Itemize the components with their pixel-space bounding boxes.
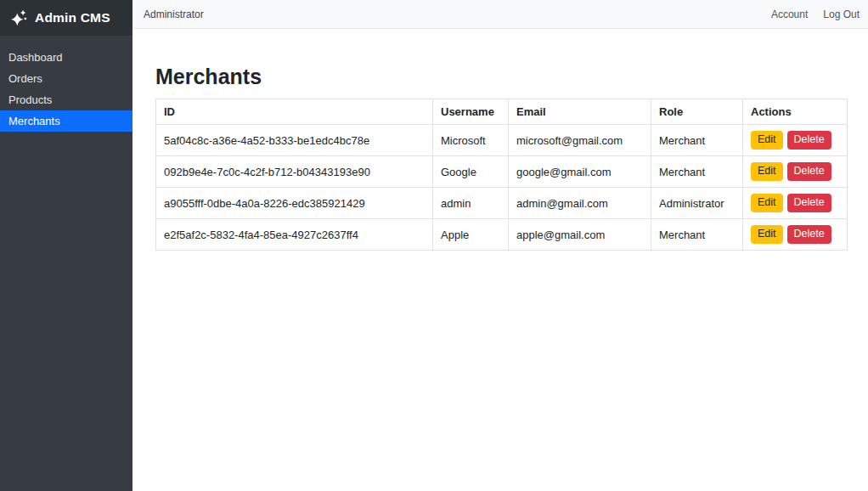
logout-link[interactable]: Log Out xyxy=(823,8,860,20)
brand-title: Admin CMS xyxy=(35,10,110,25)
edit-button[interactable]: Edit xyxy=(751,194,783,212)
topbar-links: Account Log Out xyxy=(771,8,860,20)
sidebar-item-dashboard[interactable]: Dashboard xyxy=(0,47,132,68)
table-body: 5af04c8c-a36e-4a52-b333-be1edc4bc78e Mic… xyxy=(156,125,848,251)
table-header-row: ID Username Email Role Actions xyxy=(156,99,848,125)
cell-id: 092b9e4e-7c0c-4c2f-b712-b04343193e90 xyxy=(156,156,433,188)
sidebar: Admin CMS Dashboard Orders Products Merc… xyxy=(0,0,132,491)
cell-id: e2f5af2c-5832-4fa4-85ea-4927c2637ff4 xyxy=(156,219,433,251)
column-header-email: Email xyxy=(509,99,651,125)
cell-actions: Edit Delete xyxy=(743,188,848,219)
edit-button[interactable]: Edit xyxy=(751,225,783,244)
cell-role: Administrator xyxy=(651,188,743,219)
cell-username: Apple xyxy=(433,219,509,251)
sidebar-nav: Dashboard Orders Products Merchants xyxy=(0,47,132,132)
delete-button[interactable]: Delete xyxy=(787,162,831,181)
table-row: 5af04c8c-a36e-4a52-b333-be1edc4bc78e Mic… xyxy=(156,125,848,156)
sparkles-icon xyxy=(10,8,29,27)
column-header-username: Username xyxy=(433,99,509,125)
cell-role: Merchant xyxy=(651,156,743,188)
cell-email: microsoft@gmail.com xyxy=(509,125,651,156)
cell-id: a9055fff-0dbe-4a0a-8226-edc385921429 xyxy=(156,188,433,219)
account-link[interactable]: Account xyxy=(771,8,808,20)
merchants-table: ID Username Email Role Actions 5af04c8c-… xyxy=(155,99,848,251)
delete-button[interactable]: Delete xyxy=(787,225,831,244)
cell-username: admin xyxy=(433,188,509,219)
sidebar-item-merchants[interactable]: Merchants xyxy=(0,110,132,132)
cell-role: Merchant xyxy=(651,125,743,156)
topbar: Administrator Account Log Out xyxy=(132,0,868,29)
cell-email: admin@gmail.com xyxy=(509,188,651,219)
cell-username: Google xyxy=(433,156,509,188)
table-row: 092b9e4e-7c0c-4c2f-b712-b04343193e90 Goo… xyxy=(156,156,848,188)
cell-actions: Edit Delete xyxy=(743,156,848,188)
main-area: Administrator Account Log Out Merchants … xyxy=(132,0,868,491)
cell-email: apple@gmail.com xyxy=(509,219,651,251)
cell-actions: Edit Delete xyxy=(743,219,848,251)
page-title: Merchants xyxy=(155,65,848,89)
table-header: ID Username Email Role Actions xyxy=(156,99,848,125)
cell-username: Microsoft xyxy=(433,125,509,156)
brand[interactable]: Admin CMS xyxy=(0,0,132,36)
cell-id: 5af04c8c-a36e-4a52-b333-be1edc4bc78e xyxy=(156,125,433,156)
column-header-id: ID xyxy=(156,99,433,125)
content: Merchants ID Username Email Role Actions xyxy=(132,29,868,251)
cell-email: google@gmail.com xyxy=(509,156,651,188)
column-header-role: Role xyxy=(651,99,743,125)
delete-button[interactable]: Delete xyxy=(787,131,831,150)
edit-button[interactable]: Edit xyxy=(751,131,783,150)
table-row: a9055fff-0dbe-4a0a-8226-edc385921429 adm… xyxy=(156,188,848,219)
cell-actions: Edit Delete xyxy=(743,125,848,156)
table-row: e2f5af2c-5832-4fa4-85ea-4927c2637ff4 App… xyxy=(156,219,848,251)
current-role-label: Administrator xyxy=(144,8,204,20)
sidebar-item-orders[interactable]: Orders xyxy=(0,68,132,89)
edit-button[interactable]: Edit xyxy=(751,162,783,181)
cell-role: Merchant xyxy=(651,219,743,251)
column-header-actions: Actions xyxy=(743,99,848,125)
app-window: Admin CMS Dashboard Orders Products Merc… xyxy=(0,0,868,491)
sidebar-item-products[interactable]: Products xyxy=(0,89,132,110)
delete-button[interactable]: Delete xyxy=(787,194,831,212)
